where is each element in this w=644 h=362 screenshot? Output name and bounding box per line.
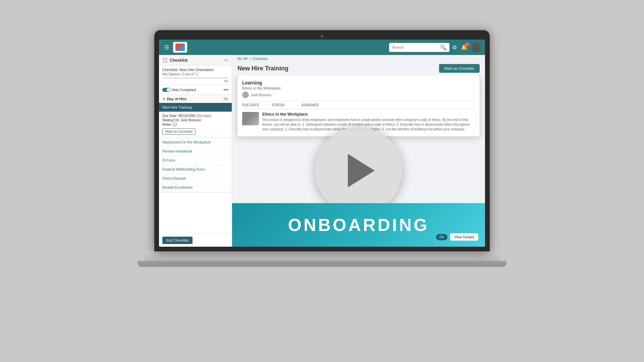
sidebar-item-i9-form[interactable]: I9 Form [159, 156, 232, 165]
right-panel: My HR > Checklists New Hire Training Mar… [232, 55, 485, 247]
onboarding-banner: ONBOARDING On View Details [232, 203, 485, 247]
sidebar-item-name: Direct Deposit [162, 176, 228, 180]
detail-subtitle: Ethics in the Workplace [242, 86, 475, 90]
laptop: ☰ 🔍 ⚙ 🔔 13 [138, 30, 506, 332]
sidebar-item-name: Review Handbook [162, 149, 228, 153]
sidebar-item-name: New Hire Training [162, 105, 228, 109]
sidebar-item-review-handbook[interactable]: Review Handbook [159, 147, 232, 156]
section-name: Day of Hire [167, 97, 186, 101]
screen: ☰ 🔍 ⚙ 🔔 13 [159, 40, 485, 247]
sidebar-controls: Hide Completed ••• [159, 85, 232, 95]
search-input[interactable] [392, 45, 439, 49]
toggle-knob [167, 88, 170, 92]
item-notes: Notes: 💬 [162, 123, 228, 126]
sidebar-item-name: Harassment in the Workplace [162, 140, 228, 144]
onboarding-title: ONBOARDING [288, 215, 429, 235]
item-due-date: Due Date: 06/10/1998 (Overdue) [162, 114, 228, 118]
bell-icon-wrap[interactable]: 🔔 13 [461, 44, 468, 51]
sidebar-item-benefit-enrollment[interactable]: Benefit Enrollment [159, 183, 232, 192]
section-chevron-icon: ▼ [162, 97, 166, 101]
hide-completed-label: Hide Completed [172, 88, 196, 92]
sidebar-item-new-hire-training[interactable]: New Hire Training [159, 103, 232, 112]
hide-completed-toggle[interactable] [162, 88, 170, 92]
checklist-icon: 📋 [162, 58, 168, 63]
sidebar-item-name: Benefit Enrollment [162, 185, 228, 189]
play-triangle-icon [348, 154, 375, 187]
app: ☰ 🔍 ⚙ 🔔 13 [159, 40, 485, 247]
sidebar-footer: Exit Checklist [159, 234, 232, 247]
laptop-base [144, 251, 500, 261]
main-content: 📋 Checklist ⊢ Checklist: New Hire Orient… [159, 55, 485, 247]
sidebar-item-name: Federal Withholding Form [162, 167, 228, 171]
breadcrumb-checklists[interactable]: Checklists [252, 57, 268, 61]
page-title: New Hire Training [237, 65, 288, 72]
notes-icon: 💬 [173, 123, 177, 126]
sidebar-title: Checklist [170, 58, 187, 63]
top-nav: ☰ 🔍 ⚙ 🔔 13 [159, 40, 485, 55]
hide-completed-control[interactable]: Hide Completed [162, 88, 196, 92]
settings-icon[interactable]: ⚙ [452, 44, 457, 51]
progress-bar-container [162, 77, 228, 79]
search-box[interactable]: 🔍 [389, 43, 449, 52]
mark-as-complete-button[interactable]: Mark as Complete [439, 64, 480, 73]
breadcrumb-myhr[interactable]: My HR [237, 57, 248, 61]
overdue-label: (Overdue) [196, 114, 211, 118]
breadcrumb: My HR > Checklists [232, 55, 485, 63]
notification-badge: 13 [465, 42, 470, 47]
user-avatar[interactable] [472, 43, 481, 52]
sidebar-item-name: I9 Form [162, 158, 228, 162]
sidebar-items: New Hire Training Due Date: 06/10/1998 (… [159, 103, 232, 192]
nav-icons: ⚙ 🔔 13 [452, 43, 481, 52]
hamburger-icon[interactable]: ☰ [163, 43, 170, 52]
sidebar-item-direct-deposit[interactable]: Direct Deposit [159, 174, 232, 183]
sidebar: 📋 Checklist ⊢ Checklist: New Hire Orient… [159, 55, 232, 247]
section-header-day-of-hire[interactable]: ▼ Day of Hire 0% [159, 95, 232, 103]
sidebar-header: 📋 Checklist ⊢ [159, 55, 232, 66]
sidebar-title-row: 📋 Checklist [162, 58, 187, 63]
checklist-status: Not Started ( 0 out of 7 ) [162, 72, 228, 76]
toggle-label: On [439, 235, 444, 239]
screen-bezel: ☰ 🔍 ⚙ 🔔 13 [154, 30, 490, 251]
view-details-button[interactable]: View Details [450, 233, 478, 241]
camera [321, 35, 323, 38]
sidebar-item-federal-withholding[interactable]: Federal Withholding Form [159, 165, 232, 174]
item-waiting-on: Waiting On: Josh Bronson [162, 118, 228, 122]
search-icon: 🔍 [440, 44, 447, 51]
exit-checklist-button[interactable]: Exit Checklist [162, 237, 193, 244]
section-header-left: ▼ Day of Hire [162, 97, 186, 101]
breadcrumb-separator: > [249, 57, 251, 61]
play-button[interactable] [315, 127, 402, 214]
mark-complete-small-button[interactable]: Mark as Complete [162, 128, 196, 135]
section-percent: 0% [224, 97, 228, 101]
onboarding-actions: On View Details [436, 233, 478, 241]
content-area: Learning Ethics in the Workplace Josh Br… [232, 75, 485, 247]
sidebar-section-day-of-hire: ▼ Day of Hire 0% New Hire Training [159, 95, 232, 192]
detail-title: Learning [242, 80, 475, 85]
onboarding-toggle[interactable]: On [436, 234, 447, 240]
item-detail: Due Date: 06/10/1998 (Overdue) Waiting O… [159, 112, 232, 138]
progress-text: 0% [162, 79, 228, 83]
app-logo [173, 42, 187, 53]
sidebar-collapse-button[interactable]: ⊢ [225, 58, 228, 63]
more-options-button[interactable]: ••• [223, 87, 228, 93]
sidebar-info: Checklist: New Hire Orientation Not Star… [159, 66, 232, 85]
sidebar-item-harassment[interactable]: Harassment in the Workplace [159, 138, 232, 147]
checklist-name: Checklist: New Hire Orientation [162, 68, 228, 72]
panel-header: New Hire Training Mark as Complete [232, 63, 485, 75]
laptop-bottom [138, 261, 506, 267]
